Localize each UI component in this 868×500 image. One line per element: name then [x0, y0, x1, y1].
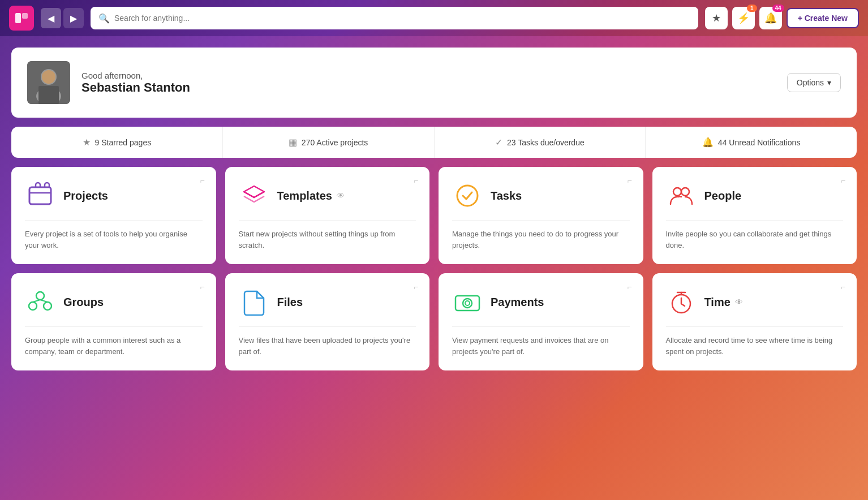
back-button[interactable]: ◀	[41, 8, 61, 28]
templates-desc: Start new projects without setting thing…	[239, 220, 416, 251]
time-title-row: Time 👁	[704, 296, 743, 309]
welcome-left: Good afternoon, Sebastian Stanton	[27, 61, 190, 104]
svg-point-13	[44, 302, 51, 310]
svg-rect-1	[22, 13, 28, 19]
files-card[interactable]: ⌐ Files View files that have been upload…	[225, 273, 430, 370]
people-card-header: People	[666, 180, 844, 211]
stat-notifications[interactable]: 🔔 44 Unread Notifications	[646, 127, 857, 158]
corner-icon-projects: ⌐	[197, 175, 208, 186]
payments-card-header: Payments	[452, 287, 630, 317]
files-title-row: Files	[277, 296, 303, 309]
groups-desc: Group people with a common interest such…	[25, 326, 203, 357]
corner-icon-groups: ⌐	[197, 281, 208, 292]
time-icon	[666, 287, 697, 317]
svg-point-15	[463, 299, 472, 308]
people-card[interactable]: ⌐ People Invite people so you can collab…	[652, 167, 857, 264]
stat-tasks[interactable]: ✓ 23 Tasks due/overdue	[435, 127, 646, 158]
starred-button[interactable]: ★	[705, 7, 728, 29]
groups-title-row: Groups	[63, 296, 104, 309]
tasks-desc: Manage the things you need to do to prog…	[452, 220, 630, 251]
greeting: Good afternoon,	[81, 71, 190, 80]
top-navigation: ◀ ▶ 🔍 ★ ⚡ 1 🔔 44 + Create New	[0, 0, 868, 36]
svg-point-9	[673, 188, 681, 196]
projects-icon	[25, 180, 55, 211]
stats-row: ★ 9 Starred pages ▦ 270 Active projects …	[11, 127, 857, 158]
projects-card-header: Projects	[25, 180, 203, 211]
stat-tasks-label: 23 Tasks due/overdue	[507, 138, 585, 147]
stat-projects-label: 270 Active projects	[302, 138, 368, 147]
groups-card[interactable]: ⌐ Groups Group people with a common inte…	[11, 273, 216, 370]
svg-point-5	[42, 70, 55, 84]
tasks-card[interactable]: ⌐ Tasks Manage the things you need to do…	[439, 167, 643, 264]
welcome-text: Good afternoon, Sebastian Stanton	[81, 71, 190, 95]
payments-card[interactable]: ⌐ Payments View payment requests and inv…	[439, 273, 643, 370]
time-card[interactable]: ⌐ Time 👁 Allocate and record time to see…	[652, 273, 857, 370]
files-card-header: Files	[239, 287, 416, 317]
people-icon	[666, 180, 697, 211]
people-desc: Invite people so you can collaborate and…	[666, 220, 844, 251]
avatar-image	[27, 61, 70, 104]
nav-arrows: ◀ ▶	[41, 8, 84, 28]
notifications-badge: 44	[772, 5, 784, 12]
alert-icon: ⚡	[737, 12, 750, 24]
search-bar: 🔍	[91, 7, 698, 29]
chevron-down-icon: ▾	[827, 78, 831, 87]
stat-notifications-label: 44 Unread Notifications	[718, 138, 801, 147]
star-icon: ★	[712, 12, 721, 24]
time-title: Time	[704, 296, 731, 309]
svg-point-12	[29, 302, 37, 310]
payments-title-row: Payments	[491, 296, 544, 309]
hidden-icon-time: 👁	[735, 298, 743, 307]
tasks-icon	[452, 180, 483, 211]
notifications-stat-icon: 🔔	[702, 137, 714, 148]
people-title-row: People	[704, 189, 742, 202]
projects-stat-icon: ▦	[289, 137, 297, 148]
templates-card-header: Templates 👁	[239, 180, 416, 211]
create-new-button[interactable]: + Create New	[787, 8, 859, 28]
corner-icon-files: ⌐	[410, 281, 422, 292]
corner-icon-templates: ⌐	[410, 175, 422, 186]
tasks-title: Tasks	[491, 189, 522, 202]
time-desc: Allocate and record time to see where ti…	[666, 326, 844, 357]
files-title: Files	[277, 296, 303, 309]
stat-projects[interactable]: ▦ 270 Active projects	[223, 127, 435, 158]
corner-icon-people: ⌐	[837, 175, 849, 186]
avatar	[27, 61, 70, 104]
corner-icon-payments: ⌐	[624, 281, 635, 292]
forward-button[interactable]: ▶	[63, 8, 84, 28]
payments-desc: View payment requests and invoices that …	[452, 326, 630, 357]
files-icon	[239, 287, 269, 317]
corner-icon-tasks: ⌐	[624, 175, 635, 186]
cards-grid: ⌐ Projects Every project is a set of too…	[11, 167, 857, 370]
groups-title: Groups	[63, 296, 104, 309]
search-input[interactable]	[114, 14, 690, 23]
tasks-title-row: Tasks	[491, 189, 522, 202]
projects-title-row: Projects	[63, 189, 108, 202]
payments-title: Payments	[491, 296, 544, 309]
stat-starred[interactable]: ★ 9 Starred pages	[11, 127, 223, 158]
alerts-badge: 1	[747, 5, 757, 12]
groups-icon	[25, 287, 55, 317]
svg-point-10	[681, 188, 689, 196]
projects-title: Projects	[63, 189, 108, 202]
projects-card[interactable]: ⌐ Projects Every project is a set of too…	[11, 167, 216, 264]
main-content: Good afternoon, Sebastian Stanton Option…	[0, 36, 868, 382]
templates-icon	[239, 180, 269, 211]
notifications-button[interactable]: 🔔 44	[759, 7, 782, 29]
welcome-card: Good afternoon, Sebastian Stanton Option…	[11, 48, 857, 118]
svg-point-16	[465, 301, 470, 305]
alerts-button[interactable]: ⚡ 1	[732, 7, 755, 29]
nav-actions: ★ ⚡ 1 🔔 44 + Create New	[705, 7, 859, 29]
templates-card[interactable]: ⌐ Templates 👁 Start new projects without…	[225, 167, 430, 264]
search-icon: 🔍	[98, 13, 110, 24]
files-desc: View files that have been uploaded to pr…	[239, 326, 416, 357]
groups-card-header: Groups	[25, 287, 203, 317]
projects-desc: Every project is a set of tools to help …	[25, 220, 203, 251]
user-name: Sebastian Stanton	[81, 80, 190, 95]
options-button[interactable]: Options ▾	[787, 73, 841, 92]
svg-rect-6	[38, 86, 59, 104]
templates-title: Templates	[277, 189, 332, 202]
logo-button[interactable]	[9, 6, 34, 31]
templates-title-row: Templates 👁	[277, 189, 345, 202]
tasks-stat-icon: ✓	[495, 137, 502, 148]
